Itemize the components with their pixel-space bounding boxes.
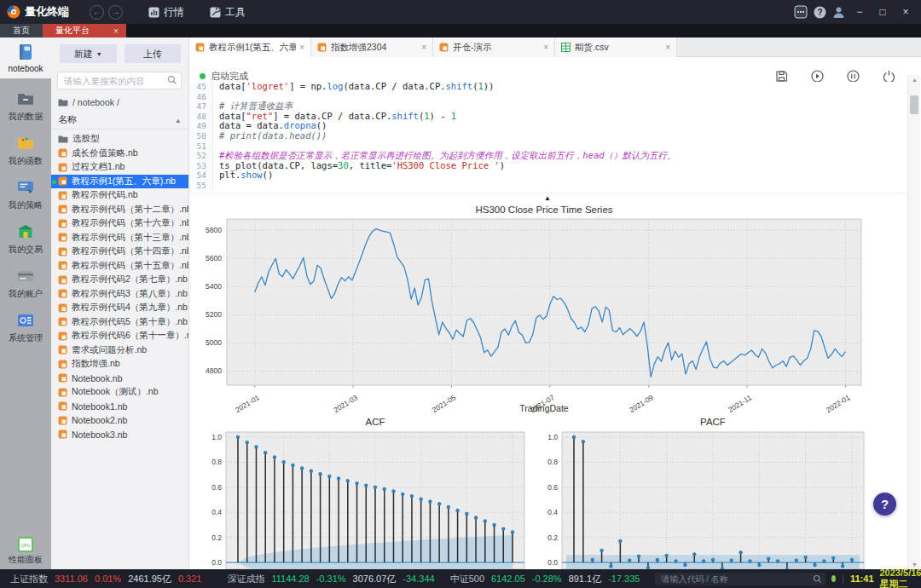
code-line[interactable]: 46 [189,92,906,102]
minimize-button[interactable]: − [851,6,868,18]
file-name: 教程示例代码（第十四章）.nb [72,245,189,257]
file-row[interactable]: 教程示例代码（第十二章）.nb [51,203,188,217]
sidebar-item-label: 我的数据 [9,111,43,123]
file-row[interactable]: 需求或问题分析.nb [51,343,188,358]
sidebar-item-performance[interactable]: CPU 性能面板 [0,537,51,566]
file-row[interactable]: Notebook3.nb [51,428,188,442]
file-name: Notebook.nb [72,373,123,383]
file-row[interactable]: 教程示例代码（第十四章）.nb [51,245,188,259]
new-button[interactable]: 新建 ▼ [60,44,117,63]
file-row[interactable]: Notebook1.nb [51,400,188,414]
collapse-output-control[interactable]: ▲ [189,193,906,203]
sidebar-item-我的函数[interactable]: 我的函数 [0,128,51,172]
menu-tools[interactable]: 工具 [210,5,246,20]
notebook-file-icon [58,345,67,355]
file-row[interactable]: 教程示例代码（第十五章）.nb [51,259,188,274]
index-volume: 3076.07亿 [353,573,397,585]
code-line[interactable]: 55 [189,181,906,191]
file-row[interactable]: Notebook2.nb [51,413,188,428]
close-button[interactable]: × [897,6,914,18]
file-search-input[interactable] [57,72,182,89]
tab-quant-platform[interactable]: 量化平台 × [43,24,126,37]
code-cell[interactable]: 45data['logret'] = np.log(data.CP / data… [189,82,906,193]
menu-market[interactable]: 行情 [148,5,184,20]
file-row[interactable]: 教程示例代码（第十六章）.nb [51,216,188,231]
notebook-file-icon [58,331,67,341]
search-icon [813,574,822,584]
sidebar-item-performance-label: 性能面板 [9,554,43,566]
file-name: Notebook（测试）.nb [72,386,159,398]
notebook-file-icon [58,247,67,257]
notebook-file-icon [58,289,67,298]
file-row[interactable]: Notebook（测试）.nb [51,385,188,400]
editor-tab[interactable]: 开仓-演示× [433,37,555,57]
code-line[interactable]: 45data['logret'] = np.log(data.CP / data… [189,82,906,92]
file-name: 教程示例代码3（第八章）.nb [72,288,188,300]
run-icon[interactable] [811,70,824,83]
forward-icon[interactable]: → [108,5,123,20]
file-row[interactable]: 教程示例代码（第十三章）.nb [51,231,188,245]
editor-tab[interactable]: 指数增强2304× [311,37,433,57]
symbol-search-input[interactable] [655,573,825,585]
code-line[interactable]: 54plt.show() [189,170,906,181]
breadcrumb-path: / notebook / [72,97,119,107]
file-row[interactable]: 教程示例代码2（第七章）.nb [51,273,188,287]
power-icon[interactable] [883,70,895,83]
nb-file-icon [439,43,449,52]
file-name: Notebook3.nb [72,429,127,440]
breadcrumb[interactable]: / notebook / [58,97,188,107]
message-icon[interactable] [794,5,808,19]
sidebar-item-系统管理[interactable]: 系统管理 [0,305,51,349]
file-row[interactable]: 教程示例代码5（第十章）.nb [51,315,188,330]
sidebar-item-notebook[interactable]: notebook [0,37,51,78]
sidebar-item-我的策略[interactable]: 我的策略 [0,172,51,216]
file-name: 教程示例代码（第十三章）.nb [72,232,189,244]
editor-tab[interactable]: 教程示例1(第五、六章).nb× [189,37,311,57]
tab-close-icon[interactable]: × [543,43,548,52]
scrollbar-thumb[interactable] [910,95,918,114]
file-row[interactable]: 教程示例代码4（第九章）.nb [51,301,188,315]
file-row[interactable]: 成长价值策略.nb [51,147,188,161]
notebook-file-icon [58,275,67,285]
help-icon[interactable]: ? [814,6,826,19]
folder-icon [58,135,68,143]
sidebar-item-我的交易[interactable]: 我的交易 [0,216,51,261]
file-row[interactable]: 教程示例代码3（第八章）.nb [51,287,188,302]
tab-close-icon[interactable]: × [113,26,119,36]
sidebar-item-我的数据[interactable]: 我的数据 [0,84,51,128]
file-list: 选股型成长价值策略.nb过程文档1.nb教程示例1(第五、六章).nb教程示例代… [51,132,188,441]
editor-scrollbar[interactable]: ▴ ▾ [907,75,920,569]
workspace-tabs: 首页 量化平台 × [0,24,921,37]
scroll-up-icon[interactable]: ▴ [908,76,921,84]
back-icon[interactable]: ← [90,5,104,20]
file-list-header[interactable]: 名称 ▴ [51,113,188,130]
sidebar: notebook我的数据我的函数我的策略我的交易我的账户系统管理 CPU 性能面… [0,37,51,569]
performance-icon: CPU [18,537,33,552]
file-row[interactable]: 过程文档1.nb [51,160,188,175]
file-row[interactable]: 教程示例代码.nb [51,188,188,203]
my-account-icon [16,267,35,285]
tab-close-icon[interactable]: × [665,43,670,52]
sidebar-item-我的账户[interactable]: 我的账户 [0,261,51,305]
file-row[interactable]: 教程示例1(第五、六章).nb [51,175,188,189]
sidebar-item-label: 我的函数 [9,155,43,167]
upload-button[interactable]: 上传 [125,44,182,63]
maximize-button[interactable]: □ [874,6,891,18]
file-row[interactable]: 指数增强.nb [51,357,188,372]
floating-help-button[interactable]: ? [873,493,896,516]
file-row[interactable]: 教程示例代码6（第十一章）.nb [51,329,188,343]
user-icon[interactable] [832,6,845,19]
file-row[interactable]: 选股型 [51,132,188,147]
code-line[interactable]: 53ts_plot(data.CP, lags=30, title='HS300… [189,161,906,171]
tab-home[interactable]: 首页 [0,24,43,37]
save-icon[interactable] [775,70,788,83]
pause-icon[interactable] [847,70,860,83]
tab-close-icon[interactable]: × [421,43,426,52]
tab-close-icon[interactable]: × [299,43,304,52]
index-value: 11144.28 [271,574,309,584]
code-line[interactable]: 50# print(data.head()) [189,131,906,141]
file-row[interactable]: Notebook.nb [51,372,188,386]
clock-date: 2023/5/16 星期二 [880,568,921,588]
notebook-file-icon [58,360,67,369]
editor-tab[interactable]: 期货.csv× [555,37,677,57]
